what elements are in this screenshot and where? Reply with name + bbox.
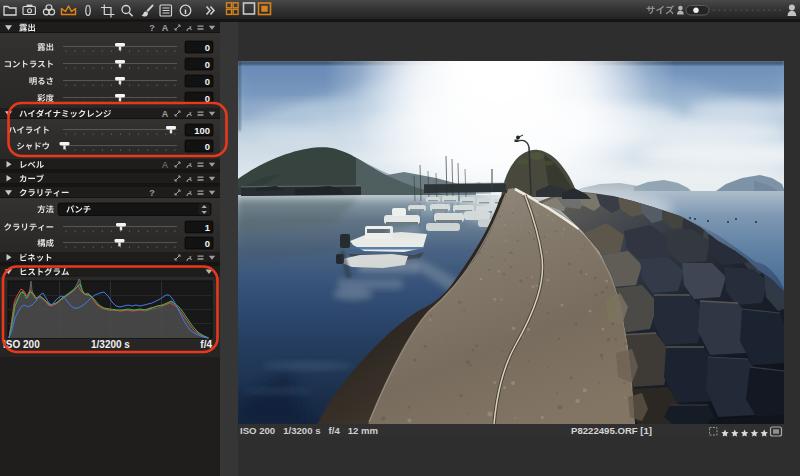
svg-text:f/4: f/4	[200, 339, 212, 350]
svg-text:100: 100	[194, 125, 210, 136]
svg-text:0: 0	[205, 238, 210, 249]
svg-text:A: A	[162, 160, 169, 170]
svg-text:0: 0	[205, 141, 210, 152]
svg-text:1: 1	[205, 222, 210, 233]
svg-text:?: ?	[149, 188, 155, 198]
svg-text:P8222495.ORF [1]: P8222495.ORF [1]	[571, 425, 652, 436]
svg-text:A: A	[162, 109, 169, 119]
svg-text:0: 0	[205, 59, 210, 70]
svg-text:?: ?	[149, 23, 155, 33]
svg-text:A: A	[162, 23, 169, 33]
svg-text:0: 0	[205, 76, 210, 87]
svg-text:1/3200 s: 1/3200 s	[91, 339, 130, 350]
svg-text:0: 0	[205, 42, 210, 53]
svg-text:ISO 200 1/3200 s f/4 12: ISO 200 1/3200 s f/4 12 mm	[240, 425, 378, 436]
